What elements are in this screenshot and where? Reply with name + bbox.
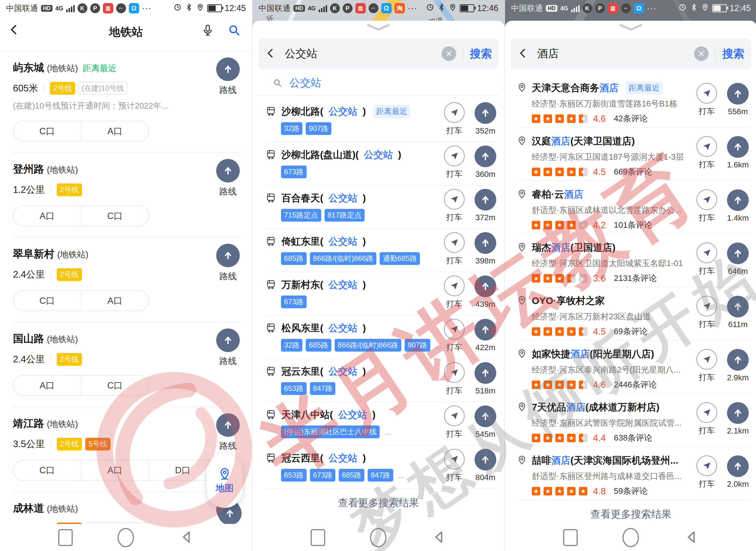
taxi-button[interactable]: 打车 (694, 455, 720, 489)
busstop-list-item[interactable]: 冠云东里(公交站)653路847路打车518m (266, 359, 497, 402)
exit-button[interactable]: A口 (13, 206, 81, 226)
hotel-list-item[interactable]: 天津天意合商务酒店距离最近经济型·东丽区万新街道雪莲路16号B1栋★★★★★4.… (517, 74, 750, 128)
route-button[interactable]: 372m (472, 189, 498, 222)
station-list-item[interactable]: 翠阜新村(地铁站)2.4公里2号线C口A口路线 (13, 237, 241, 322)
route-button[interactable]: 611m (725, 296, 751, 329)
search-button[interactable]: 搜索 (722, 46, 744, 61)
map-view-button[interactable]: 地图 (207, 453, 243, 508)
busstop-list-item[interactable]: 万新村东(公交站)673路打车439m (266, 272, 497, 316)
exit-button[interactable]: C口 (13, 291, 81, 311)
taxi-button[interactable]: 打车 (441, 232, 467, 266)
route-button[interactable]: 360m (472, 145, 498, 179)
taxi-button[interactable]: 打车 (694, 402, 720, 436)
back-icon[interactable] (265, 48, 276, 60)
hotel-list-item[interactable]: 如家快捷酒店(阳光星期八店)经济型·河东区泰兴南路2号(阳光星期八...★★★★… (517, 341, 750, 394)
route-button[interactable]: 1.4km (725, 189, 751, 222)
taxi-button[interactable]: 打车 (441, 362, 467, 396)
carrier-label: 中国联通 (511, 3, 543, 14)
sheet-collapse-handle[interactable] (253, 21, 504, 32)
route-button[interactable]: 804m (472, 449, 498, 482)
route-button[interactable]: 2.1km (725, 402, 751, 435)
search-icon[interactable] (228, 24, 241, 38)
exit-button[interactable]: C口 (13, 460, 81, 480)
search-button[interactable]: 搜索 (470, 46, 492, 61)
busstop-list-item[interactable]: 天津八中站(公交站)(停运)东丽湖社区巴士八中线...打车545m (266, 402, 497, 446)
taxi-button[interactable]: 打车 (694, 136, 720, 170)
busstop-list-item[interactable]: 沙柳北路(公交站)距离最近32路907路打车352m (266, 99, 497, 142)
search-input[interactable]: 酒店 (537, 46, 694, 61)
search-suggestion[interactable]: 公交站 (258, 71, 498, 96)
search-box[interactable]: 公交站 ✕ 搜索 (258, 38, 498, 69)
route-button[interactable]: 路线 (214, 329, 242, 367)
exit-button[interactable]: A口 (13, 376, 81, 395)
exit-button[interactable]: C口 (13, 121, 81, 141)
hotel-list-item[interactable]: 喆啡酒店(天津滨海国际机场登州...舒适型·东丽区登州路与成林道交口香邑...★… (517, 447, 750, 500)
route-button[interactable]: 518m (472, 362, 498, 395)
busstop-list-item[interactable]: 松风东里(公交站)32路685路866路/(临时)866路907路...打车42… (266, 316, 497, 359)
recents-button[interactable] (563, 529, 578, 546)
exit-button[interactable]: A口 (81, 121, 148, 141)
recents-button[interactable] (58, 529, 73, 546)
hotel-list-item[interactable]: OYO·享牧村之家经济型·河东区万新村23区盘山道★★★★★4.569条评论打车… (517, 287, 750, 341)
taxi-button[interactable]: 打车 (441, 276, 467, 310)
route-button[interactable]: 545m (472, 406, 498, 439)
exit-button[interactable]: A口 (81, 291, 148, 311)
route-button[interactable]: 路线 (214, 159, 242, 197)
taxi-button[interactable]: 打车 (694, 296, 720, 330)
station-list-item[interactable]: 登州路(地铁站)1.2公里2号线A口C口路线 (13, 153, 241, 237)
exit-button[interactable]: C口 (81, 376, 148, 395)
taxi-button[interactable]: 打车 (694, 349, 720, 383)
exit-button[interactable]: D口 (148, 460, 217, 480)
taxi-button[interactable]: 打车 (441, 319, 467, 353)
route-button[interactable]: 路线 (214, 244, 242, 282)
route-button[interactable]: 439m (472, 276, 498, 309)
taxi-button[interactable]: 打车 (694, 189, 720, 223)
exit-button[interactable]: A口 (81, 460, 148, 480)
route-button[interactable]: 2.0km (725, 455, 751, 489)
route-button[interactable]: 556m (725, 83, 751, 116)
hotel-list-item[interactable]: 汉庭酒店(天津卫国道店)经济型·河东区卫国道187号源润大厦1-3层★★★★★4… (517, 128, 750, 181)
station-list-item[interactable]: 屿东城(地铁站)距离最近605米2号线(在建)10号线(在建)10号线预计开通时… (13, 51, 241, 153)
home-button[interactable] (370, 528, 386, 547)
exit-button[interactable]: C口 (81, 206, 148, 226)
taxi-button[interactable]: 打车 (694, 242, 720, 277)
clear-icon[interactable]: ✕ (442, 46, 456, 61)
route-button[interactable]: 路线 (214, 413, 242, 452)
route-button[interactable]: 路线 (214, 57, 242, 96)
busstop-list-item[interactable]: 倚虹东里(公交站)685路866路/(临时)866路通勤685路打车398m (266, 229, 497, 272)
station-list-item[interactable]: 国山路(地铁站)2.4公里2号线A口C口路线 (13, 322, 241, 407)
search-input[interactable]: 公交站 (285, 46, 442, 61)
busstop-name: 松风东里( (282, 322, 323, 335)
taxi-button[interactable]: 打车 (441, 189, 467, 223)
home-button[interactable] (623, 528, 639, 547)
taxi-button[interactable]: 打车 (694, 83, 720, 117)
hotel-list-item[interactable]: 睿柏·云酒店舒适型·东丽区成林道以北雪莲路东办公...★★★★★4.2101条评… (517, 181, 750, 234)
hotel-list-item[interactable]: 7天优品酒店(成林道万新村店)经济型·东丽区武警医学院附属医院试管...★★★★… (517, 394, 750, 447)
taxi-button[interactable]: 打车 (441, 406, 467, 439)
sheet-collapse-handle[interactable] (505, 21, 756, 32)
route-button[interactable]: 1.6km (725, 136, 751, 169)
route-button[interactable]: 2.9km (725, 349, 751, 382)
station-list-item[interactable]: 靖江路(地铁站)3.5公里2号线5号线C口A口D口路线 (13, 407, 241, 492)
route-button[interactable]: 398m (472, 232, 498, 265)
taxi-button[interactable]: 打车 (441, 145, 467, 179)
search-box[interactable]: 酒店 ✕ 搜索 (511, 38, 751, 69)
recents-button[interactable] (311, 529, 325, 546)
route-button[interactable]: 352m (472, 102, 498, 135)
busstop-list-item[interactable]: 百合春天(公交站)715路定点817路定点打车372m (266, 185, 497, 229)
mic-icon[interactable] (201, 24, 214, 38)
back-nav-button[interactable] (431, 530, 446, 546)
route-button[interactable]: 422m (472, 319, 498, 352)
hotel-list-item[interactable]: 瑞杰酒店(卫国道店)经济型·河东区卫国道太阳城紫玉名邸1-01★★★★★3.62… (517, 234, 750, 287)
busstop-list-item[interactable]: 沙柳北路(盘山道)(公交站)673路打车360m (266, 142, 497, 185)
busstop-list-item[interactable]: 冠云西里(公交站)653路673路685路847路...打车804m (266, 446, 497, 489)
more-results-link[interactable]: 查看更多搜索结果 (253, 489, 504, 517)
taxi-button[interactable]: 打车 (441, 102, 467, 136)
taxi-button[interactable]: 打车 (441, 449, 467, 483)
route-button[interactable]: 646m (725, 242, 751, 276)
back-icon[interactable] (517, 48, 529, 60)
back-nav-button[interactable] (684, 530, 699, 546)
home-button[interactable] (117, 528, 134, 547)
clear-icon[interactable]: ✕ (694, 46, 709, 61)
back-nav-button[interactable] (179, 530, 194, 546)
